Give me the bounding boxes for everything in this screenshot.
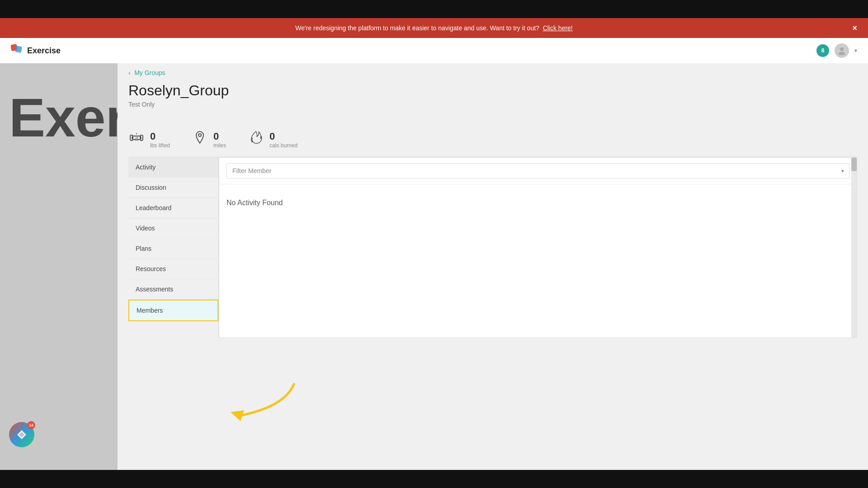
my-groups-link[interactable]: My Groups <box>134 69 165 76</box>
stat-miles-label: miles <box>213 142 226 149</box>
notification-badge[interactable]: 8 <box>816 44 829 57</box>
bottom-bar <box>0 470 868 488</box>
floating-app-icon[interactable]: 14 <box>9 422 34 447</box>
banner-close-button[interactable]: × <box>852 23 857 33</box>
banner-link[interactable]: Click here! <box>543 24 573 32</box>
big-logo-display: Exerc <box>9 90 118 145</box>
page-content: Exerc ‹ My Groups Roselyn_Group Test Onl… <box>0 63 868 470</box>
sidebar-item-plans[interactable]: Plans <box>128 239 218 259</box>
svg-point-3 <box>839 52 845 55</box>
banner-message: We're redesigning the platform to make i… <box>295 24 573 32</box>
svg-text:KG: KG <box>135 139 138 141</box>
stat-cals-info: 0 cals burned <box>269 131 297 149</box>
no-activity-message: No Activity Found <box>219 184 857 221</box>
sidebar-item-assessments[interactable]: Assessments <box>128 279 218 300</box>
content-nav-area: Activity Discussion Leaderboard Videos P… <box>118 157 868 338</box>
stat-cals-value: 0 <box>269 131 297 142</box>
stats-row: LB KG 0 lbs lifted <box>118 122 868 157</box>
user-avatar[interactable] <box>835 43 849 58</box>
sidebar-item-resources[interactable]: Resources <box>128 259 218 279</box>
main-content-panel: Filter Member No Activity Found <box>219 157 857 338</box>
stat-lbs-label: lbs lifted <box>150 142 170 149</box>
group-subtitle: Test Only <box>128 101 857 108</box>
floating-app-badge: 14 <box>27 421 35 429</box>
sidebar-item-videos[interactable]: Videos <box>128 218 218 239</box>
svg-rect-1 <box>15 46 22 53</box>
group-header: Roselyn_Group Test Only <box>118 82 868 122</box>
logo-icon <box>11 44 24 57</box>
stat-lbs-info: 0 lbs lifted <box>150 131 170 149</box>
logo-text: Exercise <box>27 46 61 56</box>
sidebar-item-activity[interactable]: Activity <box>128 157 218 178</box>
stat-lbs-lifted: LB KG 0 lbs lifted <box>128 130 170 150</box>
group-title: Roselyn_Group <box>128 82 857 99</box>
breadcrumb-arrow-icon: ‹ <box>128 69 131 76</box>
breadcrumb: ‹ My Groups <box>118 63 868 82</box>
sidebar-item-discussion[interactable]: Discussion <box>128 178 218 198</box>
stat-cals-label: cals burned <box>269 142 297 149</box>
stat-miles: 0 miles <box>192 130 226 150</box>
stat-miles-value: 0 <box>213 131 226 142</box>
header-right: 8 ▾ <box>816 43 857 58</box>
svg-point-2 <box>840 47 844 51</box>
location-icon <box>192 130 208 150</box>
header-nav: Exercise 8 ▾ <box>0 38 868 63</box>
stat-cals: 0 cals burned <box>248 130 297 150</box>
svg-point-10 <box>198 134 201 136</box>
sidebar-item-members[interactable]: Members <box>128 300 218 321</box>
top-bar <box>0 0 868 18</box>
filter-member-select[interactable]: Filter Member <box>226 163 849 178</box>
sidebar-item-leaderboard[interactable]: Leaderboard <box>128 198 218 218</box>
nav-sidebar: Activity Discussion Leaderboard Videos P… <box>128 157 219 338</box>
weight-icon: LB KG <box>128 130 145 150</box>
center-panel: ‹ My Groups Roselyn_Group Test Only <box>118 63 868 470</box>
stat-miles-info: 0 miles <box>213 131 226 149</box>
stat-lbs-value: 0 <box>150 131 170 142</box>
filter-row: Filter Member <box>219 158 857 184</box>
user-menu-chevron[interactable]: ▾ <box>854 47 857 54</box>
main-wrapper: Exercise 8 ▾ Exerc ‹ My Groups <box>0 38 868 470</box>
sidebar-logo-area: Exerc <box>0 63 118 470</box>
logo-area: Exercise <box>11 44 61 57</box>
announcement-banner: We're redesigning the platform to make i… <box>0 18 868 38</box>
filter-wrapper: Filter Member <box>226 163 849 178</box>
flame-icon <box>248 130 264 150</box>
